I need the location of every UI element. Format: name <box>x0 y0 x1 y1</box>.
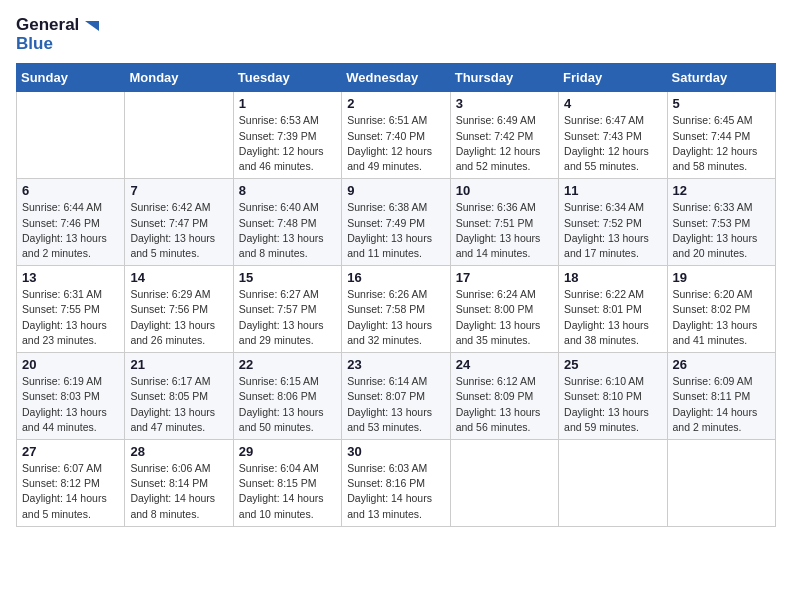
calendar-week-row: 27Sunrise: 6:07 AM Sunset: 8:12 PM Dayli… <box>17 439 776 526</box>
day-number: 7 <box>130 183 227 198</box>
calendar-week-row: 20Sunrise: 6:19 AM Sunset: 8:03 PM Dayli… <box>17 353 776 440</box>
day-info: Sunrise: 6:31 AM Sunset: 7:55 PM Dayligh… <box>22 287 119 348</box>
calendar-cell: 13Sunrise: 6:31 AM Sunset: 7:55 PM Dayli… <box>17 266 125 353</box>
calendar-cell: 12Sunrise: 6:33 AM Sunset: 7:53 PM Dayli… <box>667 179 775 266</box>
day-info: Sunrise: 6:22 AM Sunset: 8:01 PM Dayligh… <box>564 287 661 348</box>
calendar-cell: 5Sunrise: 6:45 AM Sunset: 7:44 PM Daylig… <box>667 92 775 179</box>
col-header-saturday: Saturday <box>667 64 775 92</box>
calendar-cell: 1Sunrise: 6:53 AM Sunset: 7:39 PM Daylig… <box>233 92 341 179</box>
calendar-cell <box>559 439 667 526</box>
day-number: 24 <box>456 357 553 372</box>
day-number: 23 <box>347 357 444 372</box>
col-header-tuesday: Tuesday <box>233 64 341 92</box>
day-number: 19 <box>673 270 770 285</box>
calendar-cell: 29Sunrise: 6:04 AM Sunset: 8:15 PM Dayli… <box>233 439 341 526</box>
day-info: Sunrise: 6:04 AM Sunset: 8:15 PM Dayligh… <box>239 461 336 522</box>
logo-general: General <box>16 15 79 34</box>
day-info: Sunrise: 6:36 AM Sunset: 7:51 PM Dayligh… <box>456 200 553 261</box>
calendar-cell: 17Sunrise: 6:24 AM Sunset: 8:00 PM Dayli… <box>450 266 558 353</box>
day-number: 3 <box>456 96 553 111</box>
day-info: Sunrise: 6:12 AM Sunset: 8:09 PM Dayligh… <box>456 374 553 435</box>
calendar-cell: 2Sunrise: 6:51 AM Sunset: 7:40 PM Daylig… <box>342 92 450 179</box>
day-info: Sunrise: 6:27 AM Sunset: 7:57 PM Dayligh… <box>239 287 336 348</box>
col-header-wednesday: Wednesday <box>342 64 450 92</box>
calendar-cell: 19Sunrise: 6:20 AM Sunset: 8:02 PM Dayli… <box>667 266 775 353</box>
day-info: Sunrise: 6:06 AM Sunset: 8:14 PM Dayligh… <box>130 461 227 522</box>
day-number: 18 <box>564 270 661 285</box>
logo-arrow-icon <box>81 17 99 35</box>
calendar-cell: 21Sunrise: 6:17 AM Sunset: 8:05 PM Dayli… <box>125 353 233 440</box>
day-info: Sunrise: 6:09 AM Sunset: 8:11 PM Dayligh… <box>673 374 770 435</box>
day-number: 15 <box>239 270 336 285</box>
day-number: 28 <box>130 444 227 459</box>
calendar-cell: 6Sunrise: 6:44 AM Sunset: 7:46 PM Daylig… <box>17 179 125 266</box>
day-info: Sunrise: 6:42 AM Sunset: 7:47 PM Dayligh… <box>130 200 227 261</box>
logo: General Blue <box>16 16 99 53</box>
day-number: 1 <box>239 96 336 111</box>
day-number: 11 <box>564 183 661 198</box>
day-number: 22 <box>239 357 336 372</box>
calendar-cell: 7Sunrise: 6:42 AM Sunset: 7:47 PM Daylig… <box>125 179 233 266</box>
day-number: 13 <box>22 270 119 285</box>
day-number: 6 <box>22 183 119 198</box>
calendar-cell <box>450 439 558 526</box>
calendar-cell: 9Sunrise: 6:38 AM Sunset: 7:49 PM Daylig… <box>342 179 450 266</box>
calendar-table: SundayMondayTuesdayWednesdayThursdayFrid… <box>16 63 776 526</box>
day-info: Sunrise: 6:47 AM Sunset: 7:43 PM Dayligh… <box>564 113 661 174</box>
day-info: Sunrise: 6:51 AM Sunset: 7:40 PM Dayligh… <box>347 113 444 174</box>
day-info: Sunrise: 6:26 AM Sunset: 7:58 PM Dayligh… <box>347 287 444 348</box>
day-number: 10 <box>456 183 553 198</box>
day-info: Sunrise: 6:33 AM Sunset: 7:53 PM Dayligh… <box>673 200 770 261</box>
calendar-week-row: 13Sunrise: 6:31 AM Sunset: 7:55 PM Dayli… <box>17 266 776 353</box>
header: General Blue <box>16 16 776 53</box>
day-info: Sunrise: 6:19 AM Sunset: 8:03 PM Dayligh… <box>22 374 119 435</box>
day-number: 17 <box>456 270 553 285</box>
day-info: Sunrise: 6:15 AM Sunset: 8:06 PM Dayligh… <box>239 374 336 435</box>
day-number: 25 <box>564 357 661 372</box>
day-info: Sunrise: 6:40 AM Sunset: 7:48 PM Dayligh… <box>239 200 336 261</box>
calendar-cell: 14Sunrise: 6:29 AM Sunset: 7:56 PM Dayli… <box>125 266 233 353</box>
day-number: 8 <box>239 183 336 198</box>
day-number: 26 <box>673 357 770 372</box>
day-number: 2 <box>347 96 444 111</box>
day-info: Sunrise: 6:20 AM Sunset: 8:02 PM Dayligh… <box>673 287 770 348</box>
calendar-cell: 16Sunrise: 6:26 AM Sunset: 7:58 PM Dayli… <box>342 266 450 353</box>
calendar-cell: 10Sunrise: 6:36 AM Sunset: 7:51 PM Dayli… <box>450 179 558 266</box>
day-number: 27 <box>22 444 119 459</box>
day-number: 21 <box>130 357 227 372</box>
calendar-cell: 4Sunrise: 6:47 AM Sunset: 7:43 PM Daylig… <box>559 92 667 179</box>
day-number: 12 <box>673 183 770 198</box>
calendar-cell: 20Sunrise: 6:19 AM Sunset: 8:03 PM Dayli… <box>17 353 125 440</box>
calendar-header-row: SundayMondayTuesdayWednesdayThursdayFrid… <box>17 64 776 92</box>
calendar-cell: 18Sunrise: 6:22 AM Sunset: 8:01 PM Dayli… <box>559 266 667 353</box>
calendar-cell: 11Sunrise: 6:34 AM Sunset: 7:52 PM Dayli… <box>559 179 667 266</box>
calendar-week-row: 6Sunrise: 6:44 AM Sunset: 7:46 PM Daylig… <box>17 179 776 266</box>
day-info: Sunrise: 6:49 AM Sunset: 7:42 PM Dayligh… <box>456 113 553 174</box>
calendar-cell: 28Sunrise: 6:06 AM Sunset: 8:14 PM Dayli… <box>125 439 233 526</box>
col-header-friday: Friday <box>559 64 667 92</box>
calendar-cell: 3Sunrise: 6:49 AM Sunset: 7:42 PM Daylig… <box>450 92 558 179</box>
calendar-cell <box>17 92 125 179</box>
calendar-cell: 15Sunrise: 6:27 AM Sunset: 7:57 PM Dayli… <box>233 266 341 353</box>
day-number: 4 <box>564 96 661 111</box>
day-number: 29 <box>239 444 336 459</box>
logo-blue: Blue <box>16 34 53 53</box>
day-info: Sunrise: 6:03 AM Sunset: 8:16 PM Dayligh… <box>347 461 444 522</box>
day-info: Sunrise: 6:29 AM Sunset: 7:56 PM Dayligh… <box>130 287 227 348</box>
day-number: 14 <box>130 270 227 285</box>
day-info: Sunrise: 6:34 AM Sunset: 7:52 PM Dayligh… <box>564 200 661 261</box>
calendar-cell <box>125 92 233 179</box>
calendar-cell: 26Sunrise: 6:09 AM Sunset: 8:11 PM Dayli… <box>667 353 775 440</box>
col-header-monday: Monday <box>125 64 233 92</box>
col-header-thursday: Thursday <box>450 64 558 92</box>
day-number: 16 <box>347 270 444 285</box>
day-number: 5 <box>673 96 770 111</box>
col-header-sunday: Sunday <box>17 64 125 92</box>
calendar-cell: 22Sunrise: 6:15 AM Sunset: 8:06 PM Dayli… <box>233 353 341 440</box>
day-number: 30 <box>347 444 444 459</box>
day-number: 20 <box>22 357 119 372</box>
svg-marker-0 <box>85 21 99 31</box>
day-number: 9 <box>347 183 444 198</box>
calendar-cell: 24Sunrise: 6:12 AM Sunset: 8:09 PM Dayli… <box>450 353 558 440</box>
day-info: Sunrise: 6:45 AM Sunset: 7:44 PM Dayligh… <box>673 113 770 174</box>
